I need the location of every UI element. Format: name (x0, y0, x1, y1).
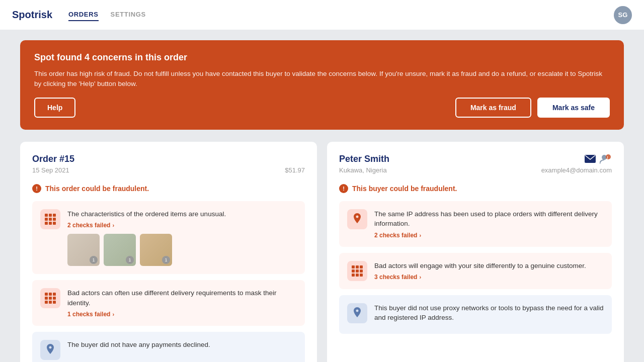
thumbnail-2: 1 (104, 234, 136, 266)
buyer-concern-icon-3 (347, 303, 367, 323)
chevron-icon: › (112, 222, 114, 228)
buyer-concern-1: The same IP address has been used to pla… (339, 201, 612, 247)
thumb-badge-2: 1 (126, 256, 134, 264)
pin-icon (45, 344, 55, 356)
concern-content-1: The characteristics of the ordered items… (67, 209, 297, 266)
order-concern-3: The buyer did not have any payments decl… (32, 332, 305, 362)
order-fraud-warning: ! This order could be fraudulent. (32, 184, 305, 193)
concern-icon-blue-1 (40, 340, 60, 360)
header-right: SG (614, 6, 632, 24)
buyer-concern-content-1: The same IP address has been used to pla… (374, 209, 604, 239)
checks-failed-1[interactable]: 2 checks failed › (67, 222, 297, 229)
grid-icon-2 (45, 293, 56, 304)
concern-content-3: The buyer did not have any payments decl… (67, 340, 297, 360)
buyer-email: example4@domain.com (541, 166, 612, 174)
grid-icon-buyer (352, 265, 363, 277)
buyer-card: Peter Smith ! Kukawa, Nigeria e (327, 142, 624, 363)
concern-icon-grid-2 (40, 288, 60, 308)
main-content: Spot found 4 concerns in this order This… (0, 30, 644, 362)
buyer-location: Kukawa, Nigeria (339, 166, 387, 174)
nav-settings[interactable]: SETTINGS (111, 9, 146, 21)
avatar[interactable]: SG (614, 6, 632, 24)
order-amount: $51.97 (285, 166, 305, 174)
buyer-header: Peter Smith ! (339, 154, 612, 164)
header: Spotrisk ORDERS SETTINGS SG (0, 0, 644, 30)
buyer-chevron-2: › (419, 274, 421, 280)
alert-right-buttons: Mark as fraud Mark as safe (455, 98, 610, 118)
logo: Spotrisk (12, 9, 52, 21)
buyer-concern-2: Bad actors will engage with your site di… (339, 253, 612, 289)
buyer-concern-content-2: Bad actors will engage with your site di… (374, 261, 604, 281)
user-flag-icon[interactable]: ! (600, 154, 612, 164)
buyer-warning-icon: ! (339, 184, 348, 193)
email-icon[interactable] (585, 155, 596, 163)
warning-icon: ! (32, 184, 41, 193)
concern-text-3: The buyer did not have any payments decl… (67, 340, 297, 350)
checks-failed-2[interactable]: 1 checks failed › (67, 311, 297, 318)
content-columns: Order #15 15 Sep 2021 $51.97 ! This orde… (20, 142, 624, 363)
order-concern-2: Bad actors can often use different deliv… (32, 280, 305, 326)
buyer-meta: Kukawa, Nigeria example4@domain.com (339, 166, 612, 174)
alert-body: This order has high risk of fraud. Do no… (34, 69, 610, 89)
pin-icon-red-1 (352, 213, 362, 225)
concern-text-2: Bad actors can often use different deliv… (67, 288, 297, 308)
order-date: 15 Sep 2021 (32, 166, 69, 174)
buyer-checks-failed-1[interactable]: 2 checks failed › (374, 232, 604, 239)
concern-text-1: The characteristics of the ordered items… (67, 209, 297, 219)
concern-icon-grid-1 (40, 209, 60, 229)
buyer-concern-icon-1 (347, 209, 367, 229)
buyer-concern-icon-2 (347, 261, 367, 281)
grid-icon (45, 214, 56, 225)
pin-icon-blue (352, 307, 362, 319)
concern-content-2: Bad actors can often use different deliv… (67, 288, 297, 318)
svg-text:!: ! (607, 155, 608, 160)
order-thumbnails: 1 1 1 (67, 234, 297, 266)
help-button[interactable]: Help (34, 98, 75, 118)
buyer-concern-text-2: Bad actors will engage with your site di… (374, 261, 604, 271)
thumb-badge-1: 1 (90, 256, 98, 264)
nav-orders[interactable]: ORDERS (68, 9, 99, 21)
chevron-icon-2: › (112, 311, 114, 317)
thumb-badge-3: 1 (162, 256, 170, 264)
order-title: Order #15 (32, 154, 305, 164)
buyer-fraud-warning: ! This buyer could be fraudulent. (339, 184, 612, 193)
buyer-checks-failed-2[interactable]: 3 checks failed › (374, 274, 604, 281)
order-meta: 15 Sep 2021 $51.97 (32, 166, 305, 174)
buyer-concern-text-1: The same IP address has been used to pla… (374, 209, 604, 229)
order-concern-1: The characteristics of the ordered items… (32, 201, 305, 275)
alert-actions: Help Mark as fraud Mark as safe (34, 98, 610, 118)
thumbnail-1: 1 (67, 234, 100, 266)
mark-fraud-button[interactable]: Mark as fraud (455, 98, 531, 118)
order-fraud-text: This order could be fraudulent. (45, 185, 149, 193)
buyer-concern-content-3: This buyer did not use proxy networks or… (374, 303, 604, 326)
buyer-concern-3: This buyer did not use proxy networks or… (339, 295, 612, 334)
order-card: Order #15 15 Sep 2021 $51.97 ! This orde… (20, 142, 317, 363)
mark-safe-button[interactable]: Mark as safe (537, 98, 610, 118)
alert-banner: Spot found 4 concerns in this order This… (20, 40, 624, 130)
buyer-chevron-1: › (419, 232, 421, 238)
buyer-concern-text-3: This buyer did not use proxy networks or… (374, 303, 604, 323)
buyer-fraud-text: This buyer could be fraudulent. (352, 185, 457, 193)
alert-title: Spot found 4 concerns in this order (34, 52, 610, 63)
buyer-name: Peter Smith (339, 154, 389, 164)
thumbnail-3: 1 (140, 234, 172, 266)
main-nav: ORDERS SETTINGS (68, 9, 146, 21)
buyer-icons: ! (585, 154, 612, 164)
